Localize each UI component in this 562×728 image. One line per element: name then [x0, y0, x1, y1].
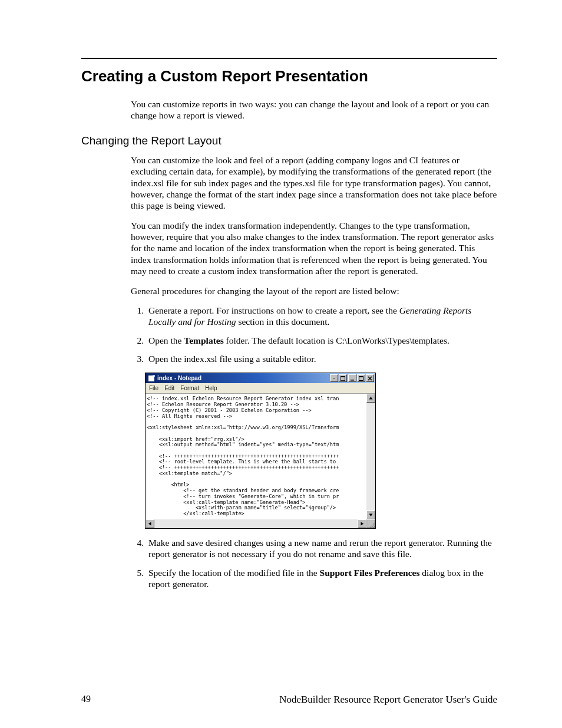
- step-1: Generate a report. For instructions on h…: [146, 305, 497, 328]
- scroll-up-icon[interactable]: [366, 394, 375, 403]
- svg-marker-10: [361, 522, 364, 525]
- page-footer: 49 NodeBuilder Resource Report Generator…: [81, 694, 497, 706]
- step-2: Open the Templates folder. The default l…: [146, 335, 497, 346]
- window-controls: -: [330, 374, 374, 382]
- intro-block: You can customize reports in two ways: y…: [131, 98, 497, 121]
- step-5-strong: Support Files Preferences: [320, 568, 420, 578]
- subheading: Changing the Report Layout: [81, 134, 497, 147]
- procedure-list-cont: Make and save desired changes using a ne…: [131, 537, 497, 590]
- step-1-text-a: Generate a report. For instructions on h…: [148, 305, 399, 315]
- step-3: Open the index.xsl file using a suitable…: [146, 353, 497, 364]
- vscroll-track[interactable]: [366, 403, 375, 510]
- page-heading: Creating a Custom Report Presentation: [81, 67, 497, 85]
- svg-rect-2: [351, 380, 354, 381]
- step-1-text-b: section in this document.: [236, 317, 330, 327]
- hscroll-track[interactable]: [154, 519, 358, 528]
- page-number: 49: [81, 694, 91, 706]
- notepad-screenshot: index - Notepad -: [145, 373, 497, 528]
- fullbox-button-icon[interactable]: [339, 374, 347, 382]
- notepad-window: index - Notepad -: [145, 373, 376, 528]
- paragraph-2: You can modify the index transformation …: [131, 220, 497, 277]
- step-2-text-a: Open the: [148, 335, 184, 345]
- notepad-title: index - Notepad: [157, 375, 201, 383]
- menu-edit[interactable]: Edit: [164, 385, 174, 393]
- svg-marker-9: [148, 522, 151, 525]
- maximize-button-icon[interactable]: [357, 374, 365, 382]
- menu-file[interactable]: File: [149, 385, 158, 393]
- notepad-textarea[interactable]: <!-- index.xsl Echelon Resource Report G…: [146, 394, 366, 519]
- step-4: Make and save desired changes using a ne…: [146, 537, 497, 560]
- svg-line-13: [373, 526, 375, 528]
- intro-paragraph: You can customize reports in two ways: y…: [131, 98, 497, 121]
- svg-marker-7: [369, 397, 373, 400]
- vertical-scrollbar[interactable]: [366, 394, 375, 519]
- document-icon: [148, 375, 155, 382]
- close-button-icon[interactable]: [366, 374, 374, 382]
- step-2-strong: Templates: [184, 335, 223, 345]
- content-block: You can customize the look and feel of a…: [131, 154, 497, 590]
- dash-button-icon[interactable]: -: [330, 374, 338, 382]
- scroll-right-icon[interactable]: [358, 519, 366, 528]
- menu-format[interactable]: Format: [180, 385, 199, 393]
- svg-marker-8: [369, 513, 373, 516]
- scroll-left-icon[interactable]: [146, 519, 154, 528]
- svg-rect-4: [359, 376, 363, 377]
- step-5-text-a: Specify the location of the modified fil…: [148, 568, 320, 578]
- step-2-text-b: folder. The default location is C:\LonWo…: [224, 335, 449, 345]
- notepad-menubar: File Edit Format Help: [146, 383, 375, 394]
- document-title-footer: NodeBuilder Resource Report Generator Us…: [279, 694, 497, 706]
- horizontal-scrollbar[interactable]: [146, 519, 375, 528]
- menu-help[interactable]: Help: [205, 385, 217, 393]
- procedure-list: Generate a report. For instructions on h…: [131, 305, 497, 365]
- paragraph-1: You can customize the look and feel of a…: [131, 154, 497, 212]
- svg-rect-1: [340, 376, 345, 377]
- resize-grip-icon[interactable]: [366, 519, 375, 528]
- scroll-down-icon[interactable]: [366, 510, 375, 519]
- horizontal-rule: [81, 58, 497, 59]
- minimize-button-icon[interactable]: [348, 374, 356, 382]
- step-5: Specify the location of the modified fil…: [146, 567, 497, 590]
- paragraph-3: General procedures for changing the layo…: [131, 285, 497, 297]
- notepad-titlebar: index - Notepad -: [146, 373, 375, 383]
